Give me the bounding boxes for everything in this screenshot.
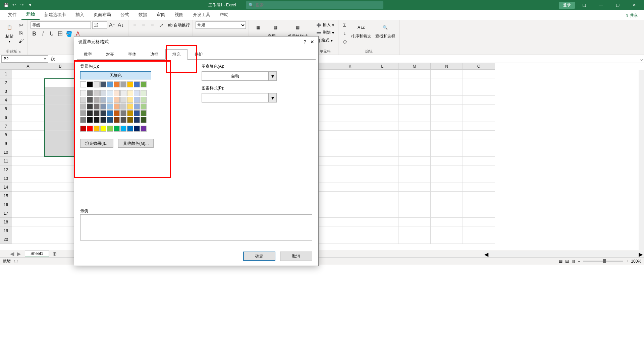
ribbon-tab-6[interactable]: 数据 — [134, 10, 152, 20]
color-swatch[interactable] — [87, 110, 93, 116]
color-swatch[interactable] — [87, 104, 93, 110]
fill-down-icon[interactable]: ↓ — [341, 29, 348, 37]
ribbon-tab-0[interactable]: 文件 — [3, 10, 21, 20]
dialog-tab-保护[interactable]: 保护 — [187, 49, 210, 60]
cell[interactable] — [431, 157, 463, 165]
cell[interactable] — [44, 200, 76, 209]
cell[interactable] — [12, 105, 44, 113]
cell[interactable] — [463, 139, 495, 148]
row-header[interactable]: 15 — [0, 192, 12, 200]
color-swatch[interactable] — [100, 81, 106, 87]
cell[interactable] — [44, 235, 76, 244]
ribbon-tab-10[interactable]: 帮助 — [215, 10, 233, 20]
close-icon[interactable]: ✕ — [627, 0, 642, 10]
cell[interactable] — [431, 183, 463, 192]
cell[interactable] — [12, 209, 44, 218]
cell[interactable] — [463, 235, 495, 244]
cell[interactable] — [334, 105, 366, 113]
cell[interactable] — [366, 218, 398, 226]
color-swatch[interactable] — [87, 81, 93, 87]
color-swatch[interactable] — [80, 126, 86, 132]
cell[interactable] — [12, 131, 44, 139]
color-swatch[interactable] — [80, 81, 86, 87]
cell[interactable] — [334, 209, 366, 218]
cell[interactable] — [366, 122, 398, 131]
cell[interactable] — [44, 105, 76, 113]
cell[interactable] — [334, 192, 366, 200]
color-swatch[interactable] — [120, 126, 126, 132]
cell[interactable] — [44, 209, 76, 218]
color-swatch[interactable] — [127, 126, 133, 132]
undo-icon[interactable]: ↶ — [11, 2, 17, 8]
cell[interactable] — [334, 122, 366, 131]
cell[interactable] — [398, 157, 431, 165]
color-swatch[interactable] — [134, 90, 140, 96]
cell[interactable] — [431, 148, 463, 157]
color-swatch[interactable] — [141, 81, 147, 87]
cell[interactable] — [44, 157, 76, 165]
cell[interactable] — [463, 209, 495, 218]
color-swatch[interactable] — [94, 110, 100, 116]
column-header[interactable]: B — [44, 63, 76, 70]
ribbon-tab-1[interactable]: 开始 — [21, 9, 40, 20]
color-swatch[interactable] — [94, 81, 100, 87]
cell[interactable] — [431, 105, 463, 113]
cell[interactable] — [334, 218, 366, 226]
cell[interactable] — [463, 218, 495, 226]
dialog-tab-边框[interactable]: 边框 — [143, 49, 165, 60]
dialog-tab-填充[interactable]: 填充 — [165, 49, 187, 60]
cell[interactable] — [431, 192, 463, 200]
ribbon-display-icon[interactable]: ▢ — [576, 0, 592, 10]
cell[interactable] — [366, 148, 398, 157]
cell[interactable] — [334, 174, 366, 183]
cell[interactable] — [431, 226, 463, 235]
dialog-close-icon[interactable]: ✕ — [310, 39, 314, 45]
color-swatch[interactable] — [134, 97, 140, 103]
cell[interactable] — [12, 113, 44, 122]
color-swatch[interactable] — [100, 97, 106, 103]
align-bottom-icon[interactable]: ≡ — [149, 21, 156, 29]
cell[interactable] — [431, 200, 463, 209]
cell[interactable] — [334, 70, 366, 78]
add-sheet-icon[interactable]: ⊕ — [51, 251, 58, 257]
format-painter-icon[interactable]: 🖌 — [17, 38, 25, 45]
ribbon-tab-5[interactable]: 公式 — [116, 10, 134, 20]
color-swatch[interactable] — [80, 117, 86, 123]
dialog-tab-字体[interactable]: 字体 — [121, 49, 143, 60]
no-color-button[interactable]: 无颜色 — [80, 71, 151, 79]
cell[interactable] — [398, 200, 431, 209]
cell[interactable] — [431, 87, 463, 96]
color-swatch[interactable] — [87, 90, 93, 96]
color-swatch[interactable] — [141, 97, 147, 103]
color-swatch[interactable] — [134, 81, 140, 87]
cell[interactable] — [463, 78, 495, 87]
cell[interactable] — [334, 113, 366, 122]
minimize-icon[interactable]: — — [593, 0, 608, 10]
cell[interactable] — [44, 174, 76, 183]
cell[interactable] — [463, 87, 495, 96]
color-swatch[interactable] — [127, 104, 133, 110]
color-swatch[interactable] — [120, 117, 126, 123]
cell[interactable] — [398, 218, 431, 226]
color-swatch[interactable] — [100, 90, 106, 96]
color-swatch[interactable] — [107, 126, 113, 132]
cell[interactable] — [12, 96, 44, 105]
cell[interactable] — [398, 113, 431, 122]
cell[interactable] — [463, 200, 495, 209]
cell[interactable] — [12, 78, 44, 87]
cell[interactable] — [431, 78, 463, 87]
cell[interactable] — [431, 70, 463, 78]
color-swatch[interactable] — [141, 90, 147, 96]
cell[interactable] — [366, 96, 398, 105]
cell[interactable] — [44, 70, 76, 78]
color-swatch[interactable] — [94, 97, 100, 103]
color-swatch[interactable] — [127, 110, 133, 116]
color-swatch[interactable] — [114, 90, 120, 96]
cell[interactable] — [12, 157, 44, 165]
color-swatch[interactable] — [94, 104, 100, 110]
color-swatch[interactable] — [107, 90, 113, 96]
cell[interactable] — [463, 157, 495, 165]
color-swatch[interactable] — [127, 81, 133, 87]
cell[interactable] — [44, 139, 76, 148]
color-swatch[interactable] — [134, 110, 140, 116]
